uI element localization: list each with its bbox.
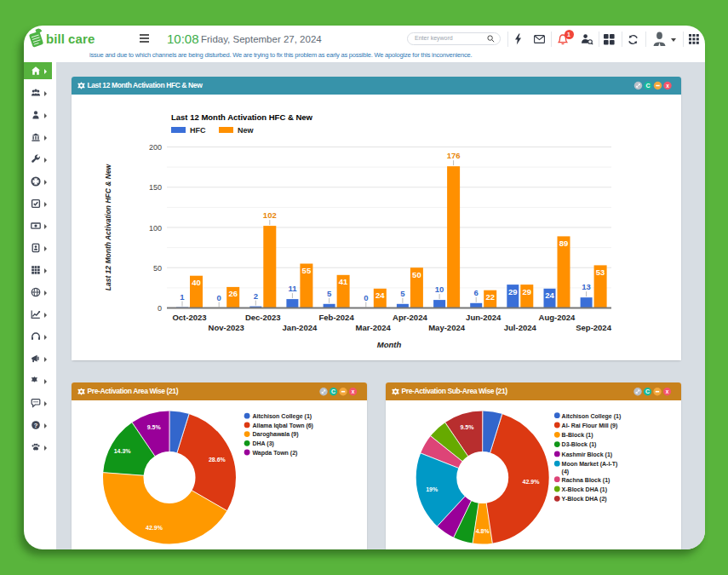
svg-text:102: 102 <box>263 210 277 220</box>
svg-text:Wapda Town (2): Wapda Town (2) <box>253 450 298 457</box>
svg-text:C: C <box>645 388 650 394</box>
svg-text:0: 0 <box>158 304 162 313</box>
svg-text:Y-Block DHA (2): Y-Block DHA (2) <box>562 496 607 503</box>
svg-text:DHA (3): DHA (3) <box>253 440 274 447</box>
svg-text:Sep-2024: Sep-2024 <box>576 322 611 331</box>
svg-text:40: 40 <box>192 278 201 287</box>
svg-text:14.3%: 14.3% <box>114 448 132 454</box>
svg-text:11: 11 <box>288 284 297 293</box>
svg-text:55: 55 <box>302 266 312 275</box>
svg-text:Mar-2024: Mar-2024 <box>356 322 392 331</box>
svg-text:?: ? <box>34 422 38 429</box>
svg-text:24: 24 <box>545 290 554 300</box>
svg-text:Nov-2023: Nov-2023 <box>209 322 244 331</box>
svg-text:Moon Market (A-I-T): Moon Market (A-I-T) <box>562 461 618 468</box>
svg-text:Jan-2024: Jan-2024 <box>283 322 318 331</box>
svg-text:10: 10 <box>435 285 444 294</box>
svg-text:Apr-2024: Apr-2024 <box>393 312 427 321</box>
svg-text:6: 6 <box>474 287 479 296</box>
svg-text:53: 53 <box>596 267 605 276</box>
svg-text:150: 150 <box>149 183 162 192</box>
svg-text:Month: Month <box>377 340 402 349</box>
svg-text:Jun-2024: Jun-2024 <box>466 312 502 321</box>
svg-text:Aitchison College (1): Aitchison College (1) <box>253 413 312 420</box>
svg-text:50: 50 <box>412 269 421 279</box>
svg-text:May-2024: May-2024 <box>428 322 465 331</box>
svg-text:Last 12 Month Activation HFC &: Last 12 Month Activation HFC & New <box>171 112 313 122</box>
svg-text:Allama Iqbal Town (6): Allama Iqbal Town (6) <box>253 423 313 429</box>
svg-text:42.9%: 42.9% <box>523 479 541 485</box>
svg-text:HFC: HFC <box>190 125 206 134</box>
svg-text:(4): (4) <box>562 469 570 475</box>
svg-text:x: x <box>352 388 355 394</box>
svg-text:22: 22 <box>485 292 495 302</box>
svg-text:Aitchison College (1): Aitchison College (1) <box>562 413 622 420</box>
svg-text:Daroghawala (9): Daroghawala (9) <box>253 431 299 438</box>
svg-text:Jul-2024: Jul-2024 <box>504 322 537 331</box>
svg-text:C: C <box>331 388 335 394</box>
svg-text:28.6%: 28.6% <box>209 457 226 463</box>
svg-text:9.5%: 9.5% <box>460 424 474 430</box>
svg-text:89: 89 <box>559 238 569 247</box>
svg-text:B-Block (1): B-Block (1) <box>562 432 593 439</box>
svg-text:Feb-2024: Feb-2024 <box>319 312 355 321</box>
svg-text:D3-Block (1): D3-Block (1) <box>562 441 597 448</box>
svg-text:Aug-2024: Aug-2024 <box>539 312 576 321</box>
svg-text:C: C <box>645 83 650 89</box>
svg-text:New: New <box>238 125 255 134</box>
svg-text:100: 100 <box>149 223 162 232</box>
svg-text:X-Block DHA (1): X-Block DHA (1) <box>562 486 607 493</box>
svg-text:4.8%: 4.8% <box>476 528 490 534</box>
svg-text:0: 0 <box>217 292 221 302</box>
svg-text:5: 5 <box>327 288 332 297</box>
svg-text:1: 1 <box>180 291 185 301</box>
svg-text:Last 12 Month Activation HFC &: Last 12 Month Activation HFC & New <box>104 163 112 290</box>
svg-text:42.9%: 42.9% <box>146 525 163 531</box>
svg-text:Kashmir Block (1): Kashmir Block (1) <box>562 451 613 458</box>
svg-text:9.5%: 9.5% <box>147 424 162 430</box>
svg-text:176: 176 <box>447 151 461 160</box>
svg-text:19%: 19% <box>426 486 439 492</box>
svg-text:26: 26 <box>228 289 238 298</box>
svg-text:41: 41 <box>339 277 348 286</box>
svg-text:Oct-2023: Oct-2023 <box>172 312 206 321</box>
svg-text:0: 0 <box>364 292 368 302</box>
svg-text:5: 5 <box>400 288 405 297</box>
svg-text:Al- Rai Flour Mill (9): Al- Rai Flour Mill (9) <box>562 423 618 429</box>
svg-text:29: 29 <box>523 286 532 296</box>
svg-text:24: 24 <box>375 290 385 300</box>
svg-text:200: 200 <box>149 143 162 152</box>
svg-text:Dec-2023: Dec-2023 <box>245 312 281 321</box>
svg-text:Rachna Block (1): Rachna Block (1) <box>562 477 610 484</box>
svg-text:50: 50 <box>153 263 162 272</box>
svg-text:2: 2 <box>254 290 258 300</box>
svg-text:29: 29 <box>508 286 518 296</box>
svg-text:x: x <box>666 388 669 394</box>
svg-text:13: 13 <box>582 282 591 291</box>
svg-text:x: x <box>666 83 669 89</box>
